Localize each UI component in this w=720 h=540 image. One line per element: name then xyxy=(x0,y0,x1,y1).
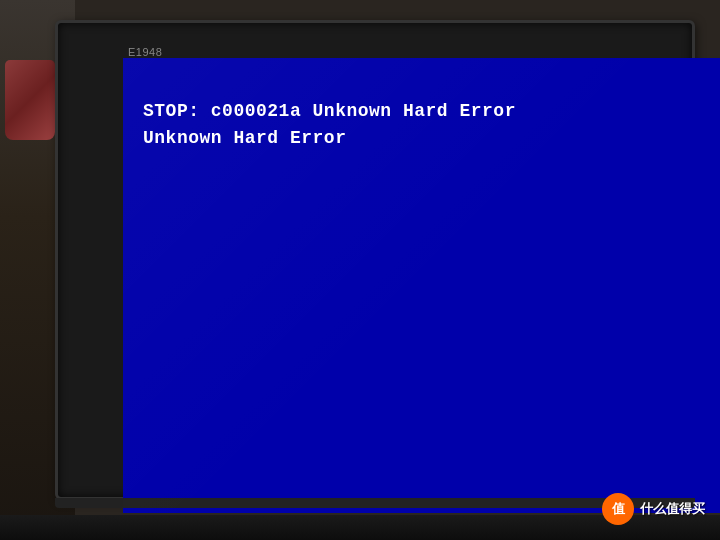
bsod-error-text: STOP: c000021a Unknown Hard Error Unknow… xyxy=(143,98,516,152)
watermark-site-name: 什么值得买 xyxy=(640,500,705,518)
watermark: 值 什么值得买 xyxy=(602,493,705,525)
bsod-screen: STOP: c000021a Unknown Hard Error Unknow… xyxy=(123,58,720,513)
photo-background: E1948 STOP: c000021a Unknown Hard Error … xyxy=(0,0,720,540)
bsod-line2: Unknown Hard Error xyxy=(143,125,516,152)
monitor-bottom-edge xyxy=(55,498,695,508)
bsod-line1: STOP: c000021a Unknown Hard Error xyxy=(143,98,516,125)
watermark-badge: 值 xyxy=(602,493,634,525)
monitor-model-label: E1948 xyxy=(128,46,162,58)
monitor-bezel: E1948 STOP: c000021a Unknown Hard Error … xyxy=(55,20,695,500)
cup-object xyxy=(5,60,55,140)
